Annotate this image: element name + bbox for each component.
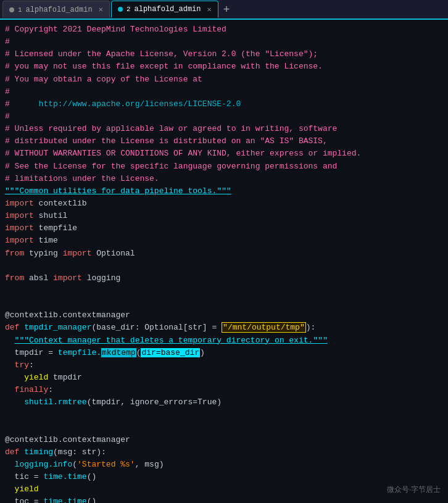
code-line-yield1: yield tmpdir bbox=[5, 372, 443, 384]
tab-1-dot bbox=[9, 7, 14, 12]
code-line-9: # Unless required by applicable law or a… bbox=[5, 123, 443, 135]
tab-2[interactable]: 2 alphafold_admin ✕ bbox=[111, 1, 218, 18]
code-line-4: # you may not use this file except in co… bbox=[5, 60, 443, 73]
code-line-5: # You may obtain a copy of the License a… bbox=[5, 73, 443, 86]
tab-2-dot bbox=[118, 7, 123, 12]
watermark: 微众号·字节居士 bbox=[387, 484, 441, 496]
code-line-1: # Copyright 2021 DeepMind Technologies L… bbox=[5, 23, 443, 36]
code-editor[interactable]: # Copyright 2021 DeepMind Technologies L… bbox=[0, 20, 448, 503]
tab-1-number: 1 bbox=[18, 6, 22, 14]
code-line-6: # bbox=[5, 86, 443, 98]
code-line-toc: toc = time.time() bbox=[5, 496, 443, 503]
code-line-try: try: bbox=[5, 359, 443, 372]
code-line-from2: from absl import logging bbox=[5, 272, 443, 285]
tab-1-label: alphafold_admin bbox=[26, 6, 93, 14]
code-line-tic: tic = time.time() bbox=[5, 471, 443, 483]
blank-3 bbox=[5, 297, 443, 309]
code-line-import1: import contextlib bbox=[5, 197, 443, 210]
blank-2 bbox=[5, 285, 443, 297]
code-line-8: # bbox=[5, 110, 443, 123]
code-line-10: # distributed under the License is distr… bbox=[5, 135, 443, 148]
code-line-dec2: @contextlib.contextmanager bbox=[5, 434, 443, 446]
code-line-from1: from typing import Optional bbox=[5, 247, 443, 260]
code-line-finally: finally: bbox=[5, 384, 443, 396]
code-line-import4: import time bbox=[5, 235, 443, 247]
tab-bar: 1 alphafold_admin ✕ 2 alphafold_admin ✕ … bbox=[0, 0, 448, 20]
code-line-yield2: yield bbox=[5, 483, 443, 496]
blank-4 bbox=[5, 409, 443, 421]
code-line-11: # WITHOUT WARRANTIES OR CONDITIONS OF AN… bbox=[5, 148, 443, 160]
code-line-7: # http://www.apache.org/licenses/LICENSE… bbox=[5, 98, 443, 110]
code-line-13: # limitations under the License. bbox=[5, 173, 443, 185]
tab-1-close[interactable]: ✕ bbox=[99, 5, 103, 14]
tab-2-close[interactable]: ✕ bbox=[207, 5, 212, 14]
add-tab-button[interactable]: + bbox=[220, 4, 234, 15]
code-line-def2: def timing(msg: str): bbox=[5, 446, 443, 459]
code-line-log1: logging.info('Started %s', msg) bbox=[5, 459, 443, 471]
code-line-tmpdir: tmpdir = tempfile.mkdtemp(dir=base_dir) bbox=[5, 347, 443, 359]
code-line-shutil: shutil.rmtree(tmpdir, ignore_errors=True… bbox=[5, 396, 443, 409]
tab-2-label: alphafold_admin bbox=[134, 5, 201, 14]
tab-1[interactable]: 1 alphafold_admin ✕ bbox=[2, 1, 110, 18]
code-line-12: # See the License for the specific langu… bbox=[5, 160, 443, 173]
blank-5 bbox=[5, 422, 443, 434]
tab-2-number: 2 bbox=[127, 6, 131, 13]
blank-1 bbox=[5, 260, 443, 272]
code-line-def1: def tmpdir_manager(base_dir: Optional[st… bbox=[5, 322, 443, 334]
code-line-import2: import shutil bbox=[5, 210, 443, 222]
code-line-2: # bbox=[5, 36, 443, 48]
code-line-dec1: @contextlib.contextmanager bbox=[5, 309, 443, 322]
code-line-ds1: """Context manager that deletes a tempor… bbox=[5, 335, 443, 347]
code-line-import3: import tempfile bbox=[5, 222, 443, 235]
code-line-docstring: """Common utilities for data pipeline to… bbox=[5, 185, 443, 197]
code-line-3: # Licensed under the Apache License, Ver… bbox=[5, 48, 443, 60]
